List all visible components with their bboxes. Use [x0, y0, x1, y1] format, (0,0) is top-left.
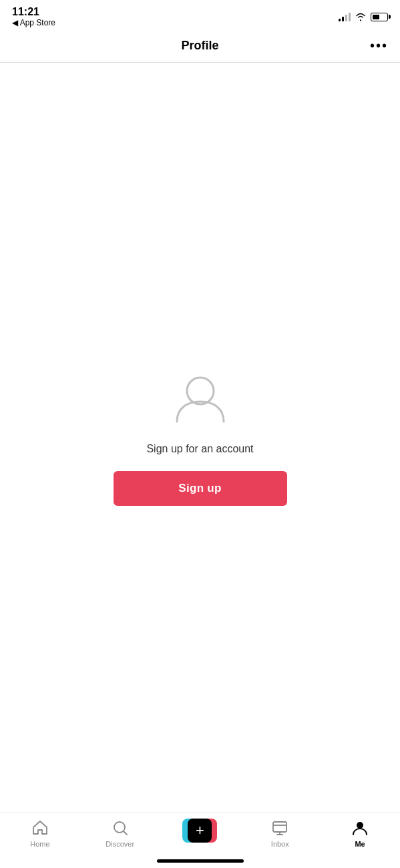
nav-me[interactable]: Me: [320, 819, 400, 848]
inbox-label: Inbox: [271, 840, 289, 848]
me-icon: [351, 819, 369, 837]
signup-button[interactable]: Sign up: [114, 471, 287, 506]
nav-create[interactable]: +: [160, 819, 240, 843]
header: Profile •••: [0, 29, 400, 63]
signal-icon: [339, 12, 351, 21]
back-to-appstore[interactable]: ◀ App Store: [12, 18, 55, 27]
svg-point-6: [357, 822, 363, 829]
avatar-placeholder-icon: [170, 370, 230, 430]
page-title: Profile: [181, 39, 218, 53]
battery-icon: [371, 13, 388, 21]
status-left: 11:21 ◀ App Store: [12, 6, 55, 27]
nav-inbox[interactable]: Inbox: [240, 819, 320, 848]
plus-btn-center-bg: +: [188, 819, 212, 843]
home-icon: [31, 819, 49, 837]
inbox-icon: [270, 819, 289, 837]
home-label: Home: [30, 840, 49, 848]
status-bar: 11:21 ◀ App Store: [0, 0, 400, 29]
more-options-button[interactable]: •••: [370, 38, 388, 53]
svg-point-0: [187, 378, 214, 404]
svg-line-2: [124, 832, 127, 835]
signup-prompt-text: Sign up for an account: [146, 443, 253, 455]
svg-rect-3: [273, 822, 286, 832]
status-time: 11:21: [12, 6, 55, 18]
create-button[interactable]: +: [182, 819, 217, 843]
plus-icon: +: [196, 823, 204, 838]
home-indicator: [157, 859, 244, 863]
wifi-icon: [355, 12, 367, 21]
status-right: [339, 12, 388, 21]
nav-discover[interactable]: Discover: [80, 819, 160, 848]
discover-icon: [111, 819, 130, 837]
svg-point-1: [114, 822, 125, 833]
main-content: Sign up for an account Sign up: [0, 63, 400, 813]
discover-label: Discover: [106, 840, 134, 848]
nav-home[interactable]: Home: [0, 819, 80, 848]
me-label: Me: [355, 840, 365, 848]
